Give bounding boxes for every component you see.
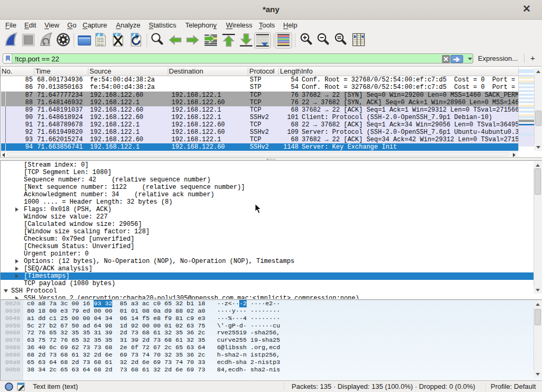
svg-text:0111: 0111 [97, 43, 104, 47]
